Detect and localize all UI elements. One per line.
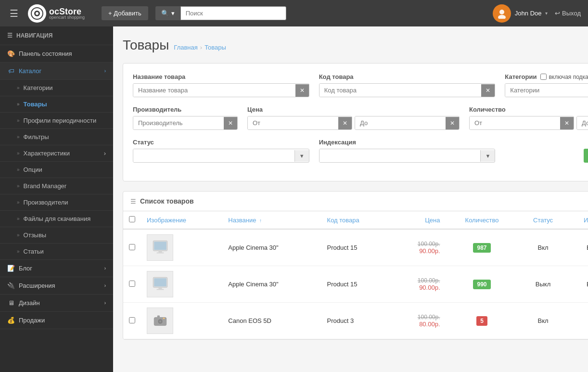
include-subcategories-checkbox[interactable] <box>540 74 547 80</box>
th-status[interactable]: Статус <box>518 211 568 229</box>
svg-rect-18 <box>163 318 165 319</box>
filter-qty-from-clear[interactable]: ✕ <box>560 117 574 129</box>
row-checkbox[interactable] <box>129 281 135 287</box>
sidebar-item-label-attrs: Характеристики <box>24 150 70 157</box>
blog-icon: 📝 <box>7 265 15 272</box>
svg-rect-8 <box>156 252 164 253</box>
sidebar-item-filters[interactable]: » Фильтры <box>0 129 113 145</box>
th-image: Изображение <box>141 211 222 229</box>
qty-badge: 987 <box>473 243 490 253</box>
filter-status-label: Статус <box>133 139 309 146</box>
sidebar-item-reviews[interactable]: » Отзывы <box>0 227 113 244</box>
filter-qty-group: Количество ✕ ✕ <box>469 106 588 130</box>
sidebar-item-label-blog: Блог <box>19 265 32 272</box>
filter-categories-input[interactable] <box>505 84 588 97</box>
sidebar-item-label-filters: Фильтры <box>24 133 49 141</box>
th-index[interactable]: Индекс <box>568 211 588 229</box>
filter-price-from-clear[interactable]: ✕ <box>338 117 352 129</box>
sidebar-item-label-design: Дизайн <box>19 299 40 307</box>
row-checkbox[interactable] <box>129 244 135 250</box>
row-name-cell: Apple Cinema 30" <box>222 266 321 303</box>
svg-point-2 <box>36 12 38 15</box>
filter-indexing-group: Индексация Вкл Выкл ▼ <box>319 139 496 163</box>
qty-badge: 5 <box>476 316 487 326</box>
filter-price-to-clear[interactable]: ✕ <box>446 117 459 129</box>
user-dropdown-icon: ▾ <box>545 11 548 16</box>
user-menu[interactable]: John Doe ▾ <box>493 4 548 23</box>
filter-price-from-input[interactable] <box>248 116 338 129</box>
filter-indexing-select[interactable]: Вкл Выкл <box>320 149 481 162</box>
logout-button[interactable]: ↩ Выход <box>555 10 581 17</box>
search-input[interactable] <box>180 6 286 20</box>
logo-circle <box>28 4 46 23</box>
filter-qty-to-input[interactable] <box>577 116 588 129</box>
filter-indexing-wrap: Вкл Выкл ▼ <box>319 149 496 163</box>
sidebar-item-articles[interactable]: » Статьи <box>0 244 113 260</box>
th-checkbox <box>123 211 141 229</box>
filter-status-arrow[interactable]: ▼ <box>294 150 309 162</box>
sub-arrow-icon-products: » <box>17 102 20 107</box>
th-price[interactable]: Цена <box>391 211 446 229</box>
sidebar-item-label-catalog: Каталог <box>19 67 41 75</box>
hamburger-icon[interactable]: ☰ <box>7 5 21 22</box>
row-index-cell: Выкл <box>568 266 588 303</box>
user-name: John Doe <box>515 10 542 17</box>
sidebar-item-downloads[interactable]: » Файлы для скачивания <box>0 211 113 227</box>
filter-price-range: ✕ ✕ <box>247 116 460 130</box>
sub-arrow-icon-options: » <box>17 167 20 172</box>
row-qty-cell: 990 <box>446 266 518 303</box>
sales-icon: 💰 <box>7 317 15 324</box>
sub-arrow-icon-articles: » <box>17 249 20 254</box>
products-table: Изображение Название ↑ Код товара Цена <box>123 211 588 339</box>
filter-product-name-label: Название товара <box>133 73 309 80</box>
filter-product-code-wrap: ✕ <box>319 83 496 97</box>
filter-manufacturer-clear[interactable]: ✕ <box>224 117 237 129</box>
filter-product-name-clear[interactable]: ✕ <box>295 84 309 97</box>
table-body: Apple Cinema 30" Product 15 100.00р. 90.… <box>123 229 588 339</box>
select-all-checkbox[interactable] <box>129 216 135 222</box>
filter-qty-from-input[interactable] <box>470 116 560 129</box>
sidebar-item-brand-manager[interactable]: » Brand Manager <box>0 178 113 194</box>
th-qty[interactable]: Количество <box>446 211 518 229</box>
topbar-add-button[interactable]: + Добавить <box>102 6 148 20</box>
filter-indexing-arrow[interactable]: ▼ <box>480 150 495 162</box>
sidebar-item-dashboard[interactable]: 🎨 Панель состояния <box>0 45 113 63</box>
sub-arrow-icon-reviews: » <box>17 232 20 238</box>
filter-product-code-clear[interactable]: ✕ <box>481 84 495 97</box>
sidebar-item-label-options: Опции <box>24 166 42 173</box>
row-price-cell: 100.00р. 80.00р. <box>391 303 446 339</box>
sidebar-item-extensions[interactable]: 🔌 Расширения › <box>0 277 113 295</box>
filter-manufacturer-input[interactable] <box>133 116 224 129</box>
filter-product-name-input[interactable] <box>133 84 295 97</box>
row-code-cell: Product 15 <box>321 266 392 303</box>
filter-apply-button[interactable]: ▼ Фильтр <box>584 149 588 163</box>
filter-product-code-input[interactable] <box>320 84 482 97</box>
sidebar-item-products[interactable]: » Товары <box>0 96 113 113</box>
sidebar-item-sales[interactable]: 💰 Продажи <box>0 312 113 329</box>
th-name[interactable]: Название ↑ <box>222 211 321 229</box>
sub-arrow-icon-profiles: » <box>17 118 20 123</box>
row-checkbox[interactable] <box>129 317 135 323</box>
sidebar-item-manufacturers[interactable]: » Производители <box>0 194 113 211</box>
breadcrumb-home[interactable]: Главная <box>174 44 197 51</box>
sidebar: ☰ НАВИГАЦИЯ 🎨 Панель состояния 🏷 Каталог… <box>0 26 113 372</box>
sidebar-item-design[interactable]: 🖥 Дизайн › <box>0 295 113 312</box>
sidebar-item-profiles[interactable]: » Профили периодичности <box>0 113 113 129</box>
sidebar-item-options[interactable]: » Опции <box>0 162 113 178</box>
include-subcategories-label[interactable]: включая подкатегории <box>540 74 588 80</box>
table-header-row: Изображение Название ↑ Код товара Цена <box>123 211 588 229</box>
row-qty-cell: 987 <box>446 229 518 266</box>
row-name-cell: Apple Cinema 30" <box>222 229 321 266</box>
sidebar-item-catalog[interactable]: 🏷 Каталог › <box>0 63 113 80</box>
filter-price-to-input[interactable] <box>355 116 446 129</box>
row-index-cell: Выкл <box>568 229 588 266</box>
filter-status-select[interactable]: Вкл Выкл <box>133 149 294 162</box>
row-code-cell: Product 3 <box>321 303 392 339</box>
sidebar-item-blog[interactable]: 📝 Блог › <box>0 260 113 277</box>
sidebar-item-categories[interactable]: » Категории <box>0 80 113 96</box>
th-code[interactable]: Код товара <box>321 211 392 229</box>
search-button[interactable]: 🔍 ▾ <box>155 6 180 20</box>
row-image-cell <box>141 303 222 339</box>
sidebar-item-attrs[interactable]: » Характеристики › <box>0 145 113 162</box>
breadcrumb-current[interactable]: Товары <box>205 44 226 51</box>
